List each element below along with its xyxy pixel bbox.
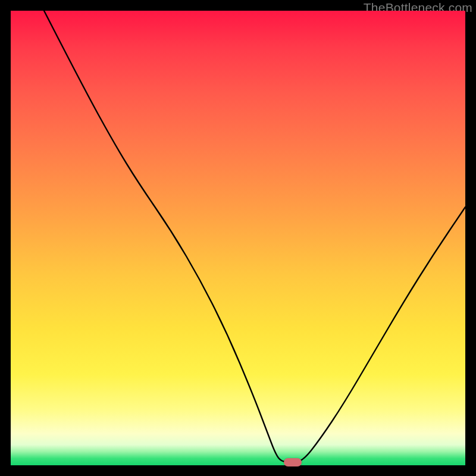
bottleneck-curve <box>11 11 465 465</box>
optimum-marker <box>284 458 302 466</box>
chart-frame: TheBottleneck.com <box>0 0 476 476</box>
gradient-plot-area <box>11 11 465 465</box>
